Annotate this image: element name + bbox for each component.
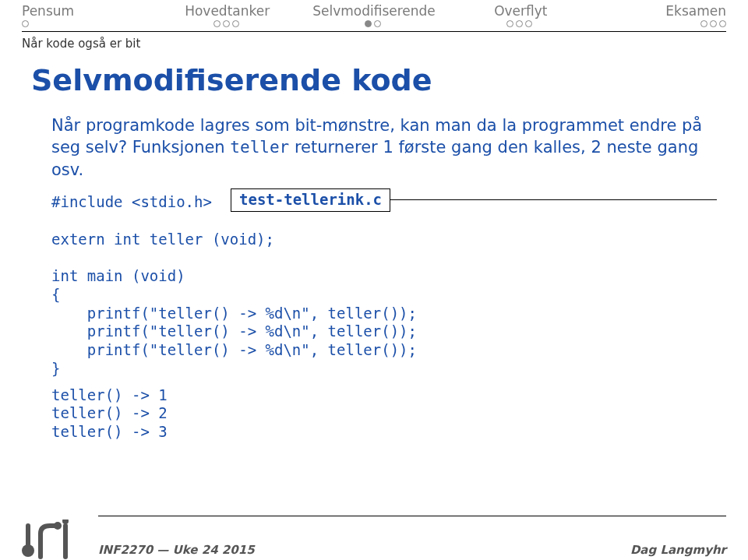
footer: INF2270 — Uke 24 2015 Dag Langmyhr (0, 516, 748, 557)
nav-col-overflyt[interactable]: Overflyt (447, 3, 594, 27)
nav-label[interactable]: Overflyt (447, 3, 594, 19)
inline-code: teller (230, 138, 289, 157)
nav-dots (301, 20, 447, 27)
nav-col-selvmodifiserende[interactable]: Selvmodifiserende (301, 3, 447, 27)
nav-dots (594, 20, 726, 27)
top-divider (22, 31, 726, 32)
nav-dots (154, 20, 301, 27)
body-paragraph: Når programkode lagres som bit-mønstre, … (51, 114, 717, 181)
nav-col-pensum[interactable]: Pensum (22, 3, 154, 27)
nav-dots (447, 20, 594, 27)
section-subtitle: Når kode også er bit (22, 37, 726, 51)
nav-label[interactable]: Selvmodifiserende (301, 3, 447, 19)
svg-point-2 (62, 519, 69, 524)
nav-col-hovedtanker[interactable]: Hovedtanker (154, 3, 301, 27)
nav-label[interactable]: Eksamen (594, 3, 726, 19)
nav-label[interactable]: Pensum (22, 3, 154, 19)
top-nav: Pensum Hovedtanker Selvmodifiserende Ove… (0, 0, 748, 27)
code-filename: test-tellerink.c (231, 188, 390, 212)
institution-logo (22, 519, 92, 557)
program-output: teller() -> 1 teller() -> 2 teller() -> … (51, 386, 717, 442)
footer-left: INF2270 — Uke 24 2015 (98, 543, 255, 557)
code-filename-row: test-tellerink.c (231, 188, 717, 212)
nav-dots (22, 20, 154, 27)
code-filename-rule (390, 199, 717, 200)
nav-col-eksamen[interactable]: Eksamen (594, 3, 726, 27)
footer-right: Dag Langmyhr (630, 543, 726, 557)
svg-point-1 (54, 522, 62, 530)
code-text: #include <stdio.h> extern int teller (vo… (51, 192, 717, 379)
nav-label[interactable]: Hovedtanker (154, 3, 301, 19)
code-block: test-tellerink.c #include <stdio.h> exte… (51, 192, 717, 379)
footer-divider (98, 516, 726, 516)
page-title: Selvmodifiserende kode (31, 63, 726, 97)
